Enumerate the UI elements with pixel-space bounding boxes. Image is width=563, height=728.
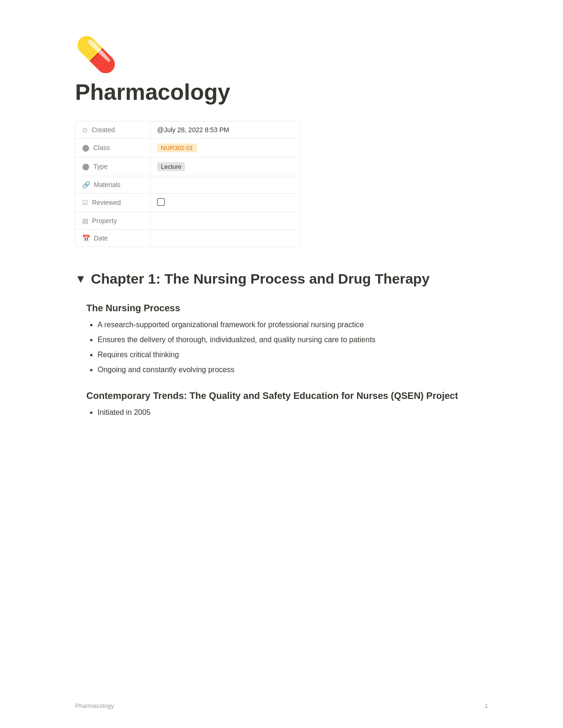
materials-label: Materials bbox=[94, 181, 121, 188]
property-row-reviewed: ☑Reviewed bbox=[76, 193, 300, 212]
section-nursing-process: The Nursing ProcessA research-supported … bbox=[75, 303, 488, 375]
page-icon: 💊 bbox=[75, 38, 488, 71]
materials-icon: 🔗 bbox=[82, 181, 90, 188]
footer-title: Pharmacology bbox=[75, 702, 114, 709]
property-row-created: ⊙Created@July 28, 2022 8:53 PM bbox=[76, 121, 300, 138]
type-value: Lecture bbox=[151, 157, 300, 176]
date-icon: 📅 bbox=[82, 234, 90, 242]
list-item: Ongoing and constantly evolving process bbox=[98, 364, 488, 375]
date-label: Date bbox=[94, 234, 108, 242]
class-value: NUR302-01 bbox=[151, 138, 300, 157]
property-row-class: ⬤ClassNUR302-01 bbox=[76, 138, 300, 157]
reviewed-label: Reviewed bbox=[92, 199, 121, 206]
date-value bbox=[151, 229, 300, 247]
created-label: Created bbox=[91, 126, 115, 134]
created-value: @July 28, 2022 8:53 PM bbox=[151, 121, 300, 138]
section-bullets-nursing-process: A research-supported organizational fram… bbox=[98, 319, 488, 375]
property-row-materials: 🔗Materials bbox=[76, 176, 300, 193]
type-icon: ⬤ bbox=[82, 163, 90, 170]
list-item: Initiated in 2005 bbox=[98, 407, 488, 418]
type-label: Type bbox=[93, 163, 107, 170]
type-tag[interactable]: Lecture bbox=[157, 162, 185, 171]
class-icon: ⬤ bbox=[82, 144, 90, 151]
chapter-section: ▼ Chapter 1: The Nursing Process and Dru… bbox=[75, 270, 488, 418]
reviewed-icon: ☑ bbox=[82, 199, 88, 206]
materials-value bbox=[151, 176, 300, 193]
section-qsen: Contemporary Trends: The Quality and Saf… bbox=[75, 390, 488, 418]
page-title: Pharmacology bbox=[75, 79, 488, 106]
section-bullets-qsen: Initiated in 2005 bbox=[98, 407, 488, 418]
class-tag[interactable]: NUR302-01 bbox=[157, 143, 197, 152]
reviewed-checkbox[interactable] bbox=[157, 198, 165, 206]
chapter-heading: ▼ Chapter 1: The Nursing Process and Dru… bbox=[75, 270, 488, 288]
footer-page-number: 1 bbox=[485, 702, 488, 709]
property-label: Property bbox=[92, 217, 117, 225]
sections-container: The Nursing ProcessA research-supported … bbox=[75, 303, 488, 418]
list-item: A research-supported organizational fram… bbox=[98, 319, 488, 330]
property-row-type: ⬤TypeLecture bbox=[76, 157, 300, 176]
collapse-triangle-icon[interactable]: ▼ bbox=[75, 271, 86, 286]
properties-table: ⊙Created@July 28, 2022 8:53 PM⬤ClassNUR3… bbox=[75, 121, 300, 247]
property-icon: ▤ bbox=[82, 217, 88, 225]
list-item: Ensures the delivery of thorough, indivi… bbox=[98, 334, 488, 345]
page-footer: Pharmacology 1 bbox=[75, 702, 488, 709]
section-heading-nursing-process: The Nursing Process bbox=[86, 303, 488, 314]
section-heading-qsen: Contemporary Trends: The Quality and Saf… bbox=[86, 390, 488, 401]
reviewed-value[interactable] bbox=[151, 193, 300, 212]
property-row-property: ▤Property bbox=[76, 212, 300, 229]
class-label: Class bbox=[93, 144, 110, 151]
property-value bbox=[151, 212, 300, 229]
property-row-date: 📅Date bbox=[76, 229, 300, 247]
created-icon: ⊙ bbox=[82, 126, 88, 134]
list-item: Requires critical thinking bbox=[98, 349, 488, 360]
chapter-title-text: Chapter 1: The Nursing Process and Drug … bbox=[91, 270, 430, 288]
